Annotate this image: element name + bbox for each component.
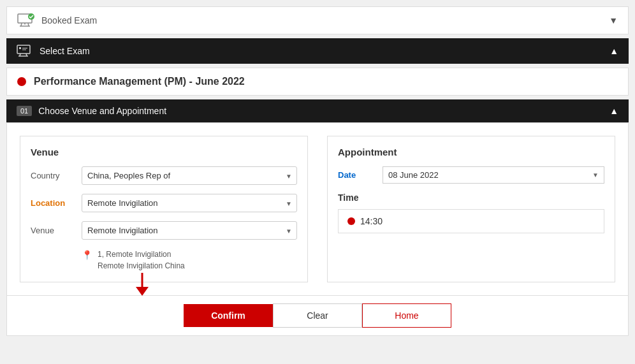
arrow-pointer bbox=[129, 273, 155, 298]
select-exam-section[interactable]: Select Exam ▲ bbox=[6, 38, 629, 64]
location-dropdown[interactable]: Remote Invigilation bbox=[82, 194, 297, 212]
address-row: 📍 1, Remote Invigilation Remote Invigila… bbox=[31, 249, 297, 272]
country-dropdown-wrapper: China, Peoples Rep of ▼ bbox=[82, 166, 297, 185]
select-exam-chevron[interactable]: ▲ bbox=[609, 46, 618, 56]
date-row: Date 08 June 2022 ▼ bbox=[338, 166, 604, 184]
venue-dropdown[interactable]: Remote Invigilation bbox=[82, 221, 297, 240]
time-label: Time bbox=[338, 193, 604, 203]
time-selected-dot bbox=[347, 217, 355, 225]
selected-indicator bbox=[17, 77, 26, 86]
monitor-select-icon bbox=[17, 45, 33, 57]
time-options-box: 14:30 bbox=[338, 209, 604, 233]
monitor-icon bbox=[17, 13, 35, 27]
step-badge: 01 bbox=[17, 106, 32, 116]
exam-title: Performance Management (PM) - June 2022 bbox=[34, 76, 245, 87]
date-dropdown-wrapper: 08 June 2022 ▼ bbox=[383, 166, 604, 184]
time-option[interactable]: 14:30 bbox=[347, 216, 383, 226]
confirm-arrow-icon bbox=[129, 273, 155, 296]
time-section: Time 14:30 bbox=[338, 193, 604, 233]
time-value: 14:30 bbox=[360, 216, 383, 226]
appointment-section: Appointment Date 08 June 2022 ▼ Time 1 bbox=[327, 136, 615, 282]
booked-exam-label: Booked Exam bbox=[41, 15, 97, 25]
location-field-row: Location Remote Invigilation ▼ bbox=[31, 194, 297, 212]
choose-venue-section[interactable]: 01 Choose Venue and Appointment ▲ bbox=[6, 99, 629, 122]
venue-section: Venue Country China, Peoples Rep of ▼ Lo… bbox=[20, 136, 308, 282]
date-value: 08 June 2022 bbox=[388, 170, 586, 180]
svg-point-4 bbox=[24, 24, 26, 25]
booked-exam-section: Booked Exam ▼ bbox=[6, 6, 629, 34]
country-dropdown[interactable]: China, Peoples Rep of bbox=[82, 166, 297, 185]
select-exam-label: Select Exam bbox=[40, 46, 90, 56]
svg-marker-14 bbox=[136, 287, 149, 296]
location-label: Location bbox=[31, 198, 75, 208]
clear-button[interactable]: Clear bbox=[273, 303, 362, 328]
venue-appointment-panel: Venue Country China, Peoples Rep of ▼ Lo… bbox=[6, 122, 629, 296]
location-pin-icon: 📍 bbox=[82, 250, 92, 260]
location-dropdown-wrapper: Remote Invigilation ▼ bbox=[82, 194, 297, 212]
venue-field-row: Venue Remote Invigilation ▼ bbox=[31, 221, 297, 240]
venue-heading: Venue bbox=[31, 147, 297, 157]
choose-venue-chevron[interactable]: ▲ bbox=[609, 106, 618, 116]
booked-exam-chevron[interactable]: ▼ bbox=[609, 15, 618, 25]
confirm-button[interactable]: Confirm bbox=[184, 304, 273, 327]
venue-label: Venue bbox=[31, 226, 75, 235]
date-label: Date bbox=[338, 170, 370, 180]
address-text: 1, Remote Invigilation Remote Invigilati… bbox=[98, 249, 185, 272]
home-button[interactable]: Home bbox=[362, 303, 451, 328]
exam-title-row: Performance Management (PM) - June 2022 bbox=[6, 68, 629, 96]
date-dropdown-arrow[interactable]: ▼ bbox=[592, 171, 599, 178]
svg-rect-10 bbox=[19, 47, 21, 49]
appointment-heading: Appointment bbox=[338, 147, 604, 157]
country-label: Country bbox=[31, 171, 75, 180]
buttons-row: Confirm Clear Home bbox=[6, 296, 629, 336]
venue-dropdown-wrapper: Remote Invigilation ▼ bbox=[82, 221, 297, 240]
country-field-row: Country China, Peoples Rep of ▼ bbox=[31, 166, 297, 185]
choose-venue-label: Choose Venue and Appointment bbox=[38, 106, 166, 116]
